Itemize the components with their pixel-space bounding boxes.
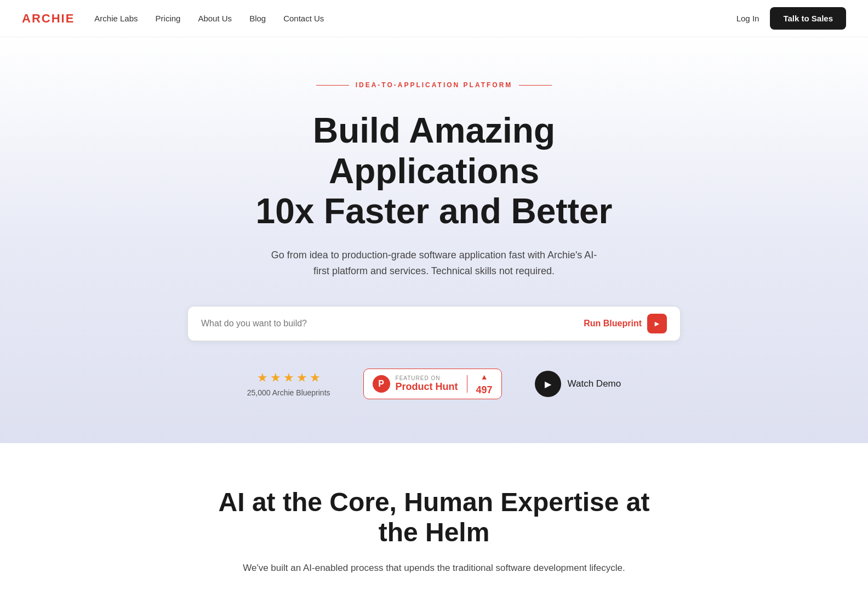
section2-subtitle: We've built an AI-enabled process that u… xyxy=(237,560,631,575)
social-proof-row: ★ ★ ★ ★ ★ 25,000 Archie Blueprints P FEA… xyxy=(247,369,621,399)
nav-contact-us[interactable]: Contact Us xyxy=(283,14,324,23)
hero-subtitle: Go from idea to production-grade softwar… xyxy=(264,247,604,279)
search-box: Run Blueprint ► xyxy=(187,306,681,341)
search-input[interactable] xyxy=(201,319,584,329)
ph-featured-label: FEATURED ON xyxy=(396,375,458,381)
tag-line-left xyxy=(316,85,349,86)
run-blueprint-button[interactable]: Run Blueprint ► xyxy=(584,314,667,333)
watch-demo[interactable]: ▶ Watch Demo xyxy=(535,371,621,397)
talk-to-sales-button[interactable]: Talk to Sales xyxy=(770,7,846,30)
watch-demo-label: Watch Demo xyxy=(568,378,621,389)
play-icon: ▶ xyxy=(535,371,561,397)
blueprints-count: 25,000 Archie Blueprints xyxy=(247,388,330,397)
login-button[interactable]: Log In xyxy=(736,14,760,23)
hero-tag-text: IDEA-TO-APPLICATION PLATFORM xyxy=(356,81,513,89)
star-5: ★ xyxy=(310,371,321,385)
ph-name: Product Hunt xyxy=(396,381,458,393)
nav-links: Archie Labs Pricing About Us Blog Contac… xyxy=(94,14,324,24)
stars: ★ ★ ★ ★ ★ xyxy=(257,371,321,385)
navbar-right: Log In Talk to Sales xyxy=(736,7,846,30)
stars-block: ★ ★ ★ ★ ★ 25,000 Archie Blueprints xyxy=(247,371,330,397)
tag-line-right xyxy=(519,85,552,86)
nav-pricing[interactable]: Pricing xyxy=(156,14,181,23)
star-2: ★ xyxy=(270,371,281,385)
star-3: ★ xyxy=(283,371,294,385)
run-icon: ► xyxy=(647,314,667,333)
star-4: ★ xyxy=(296,371,307,385)
logo[interactable]: ARCHIE xyxy=(22,12,75,26)
navbar-left: ARCHIE Archie Labs Pricing About Us Blog… xyxy=(22,12,324,26)
nav-about-us[interactable]: About Us xyxy=(198,14,232,23)
ph-text-block: FEATURED ON Product Hunt xyxy=(396,375,458,393)
hero-title: Build Amazing Applications 10x Faster an… xyxy=(209,111,659,232)
product-hunt-badge[interactable]: P FEATURED ON Product Hunt ▲ 497 xyxy=(363,369,502,399)
nav-archie-labs[interactable]: Archie Labs xyxy=(94,14,138,23)
ph-logo: P xyxy=(373,375,390,393)
ph-right: ▲ 497 xyxy=(467,372,501,396)
section2-title: AI at the Core, Human Expertise at the H… xyxy=(215,487,653,547)
section2: AI at the Core, Human Expertise at the H… xyxy=(0,443,868,606)
star-1: ★ xyxy=(257,371,268,385)
navbar: ARCHIE Archie Labs Pricing About Us Blog… xyxy=(0,0,868,37)
nav-blog[interactable]: Blog xyxy=(249,14,266,23)
hero-tag: IDEA-TO-APPLICATION PLATFORM xyxy=(316,81,552,89)
hero-section: IDEA-TO-APPLICATION PLATFORM Build Amazi… xyxy=(0,37,868,443)
ph-count: 497 xyxy=(476,384,493,396)
ph-upvote-icon: ▲ xyxy=(481,372,488,381)
ph-left: P FEATURED ON Product Hunt xyxy=(364,375,467,393)
